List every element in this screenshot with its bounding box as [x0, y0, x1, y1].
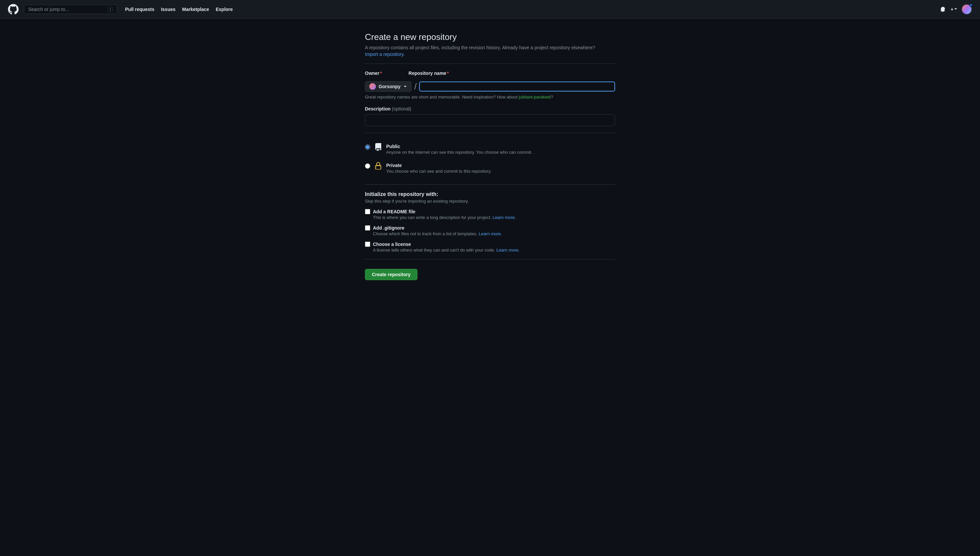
create-repository-button[interactable]: Create repository	[365, 269, 418, 280]
license-row: Choose a license	[365, 242, 615, 247]
nav-marketplace[interactable]: Marketplace	[180, 5, 212, 14]
private-icon	[374, 162, 382, 171]
private-option[interactable]: Private You choose who can see and commi…	[365, 159, 615, 178]
avatar-button[interactable]	[961, 4, 972, 15]
header-actions: +	[939, 4, 972, 15]
license-label[interactable]: Choose a license	[373, 242, 411, 247]
description-label: Description (optional)	[365, 106, 615, 112]
main-content: Create a new repository A repository con…	[357, 19, 623, 300]
avatar-badge	[969, 3, 973, 6]
gitignore-row: Add .gitignore	[365, 225, 615, 231]
public-radio[interactable]	[365, 144, 370, 150]
gitignore-learn-link[interactable]: Learn more.	[479, 231, 502, 236]
search-bar[interactable]: Search or jump to... /	[24, 5, 117, 14]
gitignore-option: Add .gitignore Choose which files not to…	[365, 225, 615, 236]
owner-avatar	[369, 83, 376, 90]
gitignore-desc: Choose which files not to track from a l…	[373, 231, 615, 236]
divider-middle	[365, 133, 615, 133]
import-link[interactable]: Import a repository.	[365, 52, 405, 57]
readme-row: Add a README file	[365, 209, 615, 214]
visibility-section: Public Anyone on the internet can see th…	[365, 140, 615, 178]
header-nav: Pull requests Issues Marketplace Explore	[123, 5, 933, 14]
description-input[interactable]	[365, 114, 615, 126]
private-label: Private	[386, 163, 492, 168]
owner-name: Gorsonpy	[379, 84, 400, 89]
description-section: Description (optional)	[365, 106, 615, 126]
gitignore-checkbox[interactable]	[365, 225, 370, 231]
owner-repo-section: Owner* Repository name* Gorsonpy / Grea	[365, 71, 615, 100]
owner-repo-row: Gorsonpy /	[365, 81, 615, 92]
license-checkbox[interactable]	[365, 242, 370, 247]
license-option: Choose a license A license tells others …	[365, 242, 615, 252]
notifications-button[interactable]	[939, 5, 947, 13]
public-label: Public	[386, 144, 532, 149]
readme-desc: This is where you can write a long descr…	[373, 215, 615, 220]
page-subtitle: A repository contains all project files,…	[365, 45, 615, 50]
public-icon	[374, 143, 382, 152]
search-kbd: /	[108, 6, 113, 12]
nav-issues[interactable]: Issues	[158, 5, 178, 14]
owner-select[interactable]: Gorsonpy	[365, 81, 412, 92]
readme-label[interactable]: Add a README file	[373, 209, 415, 214]
hint-suggestion[interactable]: jubilant-parakeet	[518, 94, 551, 100]
owner-label: Owner*	[365, 71, 382, 76]
license-desc: A license tells others what they can and…	[373, 247, 615, 252]
hint-text: Great repository names are short and mem…	[365, 94, 615, 100]
init-subtitle: Skip this step if you're importing an ex…	[365, 199, 615, 204]
nav-explore[interactable]: Explore	[213, 5, 235, 14]
repo-name-input[interactable]	[419, 81, 615, 92]
owner-required-star: *	[380, 71, 382, 76]
search-placeholder-text: Search or jump to...	[28, 6, 69, 12]
owner-chevron-icon	[403, 84, 407, 89]
readme-learn-link[interactable]: Learn more.	[492, 215, 516, 220]
gitignore-label[interactable]: Add .gitignore	[373, 225, 405, 231]
public-option[interactable]: Public Anyone on the internet can see th…	[365, 140, 615, 159]
init-title: Initialize this repository with:	[365, 191, 615, 197]
page-title: Create a new repository	[365, 32, 615, 42]
init-section: Initialize this repository with: Skip th…	[365, 191, 615, 252]
divider-bottom	[365, 259, 615, 260]
repo-name-label: Repository name*	[408, 71, 449, 76]
plus-button[interactable]: +	[949, 5, 959, 13]
public-desc: Anyone on the internet can see this repo…	[386, 150, 532, 155]
divider-top	[365, 63, 615, 64]
github-logo[interactable]	[8, 4, 19, 15]
separator: /	[414, 81, 417, 92]
divider-init	[365, 184, 615, 185]
public-info: Public Anyone on the internet can see th…	[386, 144, 532, 155]
repo-required-star: *	[447, 71, 449, 76]
license-learn-link[interactable]: Learn more.	[496, 247, 520, 252]
nav-pull-requests[interactable]: Pull requests	[123, 5, 157, 14]
private-desc: You choose who can see and commit to thi…	[386, 169, 492, 174]
readme-option: Add a README file This is where you can …	[365, 209, 615, 220]
readme-checkbox[interactable]	[365, 209, 370, 214]
header: Search or jump to... / Pull requests Iss…	[0, 0, 980, 19]
private-radio[interactable]	[365, 163, 370, 169]
private-info: Private You choose who can see and commi…	[386, 163, 492, 174]
